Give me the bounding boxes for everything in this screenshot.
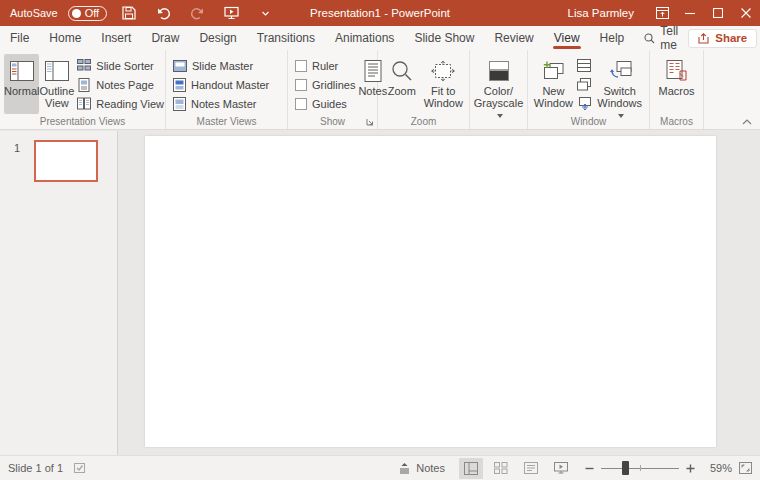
tab-draw[interactable]: Draw <box>141 26 189 50</box>
zoom-icon <box>391 57 413 85</box>
status-slide-show-button[interactable] <box>549 458 573 479</box>
slide-master-label: Slide Master <box>192 60 253 72</box>
outline-view-button[interactable]: Outline View <box>39 54 74 114</box>
cascade-windows-button[interactable] <box>575 75 594 94</box>
tab-review[interactable]: Review <box>484 26 543 50</box>
zoom-button[interactable]: Zoom <box>382 54 422 114</box>
tab-help[interactable]: Help <box>590 26 635 50</box>
fit-slide-to-window-button[interactable] <box>739 462 752 474</box>
tab-home[interactable]: Home <box>39 26 91 50</box>
zoom-level[interactable]: 59% <box>702 462 732 474</box>
guides-checkbox[interactable]: Guides <box>292 94 358 113</box>
slide-master-button[interactable]: Slide Master <box>170 56 272 75</box>
tab-view[interactable]: View <box>544 26 590 50</box>
macros-button[interactable]: Macros <box>655 54 699 114</box>
share-icon <box>698 33 710 44</box>
customize-qat-icon[interactable] <box>253 2 277 24</box>
status-slide-sorter-button[interactable] <box>489 458 513 479</box>
new-window-button[interactable]: New Window <box>532 54 575 114</box>
normal-view-icon <box>10 57 34 85</box>
start-slideshow-icon[interactable] <box>219 2 243 24</box>
autosave-toggle-knob <box>72 9 81 18</box>
reading-view-button[interactable]: Reading View <box>74 94 167 113</box>
zoom-in-button[interactable] <box>686 464 695 473</box>
tab-transitions[interactable]: Transitions <box>247 26 325 50</box>
macros-icon <box>666 57 688 85</box>
fit-to-window-label: Fit to Window <box>422 85 465 109</box>
guides-label: Guides <box>312 98 347 110</box>
status-normal-view-button[interactable] <box>459 458 483 479</box>
window-title: Presentation1 - PowerPoint <box>310 0 450 26</box>
group-label-zoom: Zoom <box>378 116 469 127</box>
slide-canvas[interactable] <box>145 136 716 447</box>
zoom-label: Zoom <box>388 85 416 97</box>
gridlines-checkbox[interactable]: Gridlines <box>292 75 358 94</box>
slide-thumbnail-panel[interactable]: 1 <box>0 131 118 455</box>
macros-label: Macros <box>658 85 694 97</box>
autosave-toggle[interactable]: Off <box>68 6 107 21</box>
status-reading-view-button[interactable] <box>519 458 543 479</box>
slide-1-thumbnail[interactable] <box>34 140 98 182</box>
notes-toggle-button[interactable]: Notes <box>390 457 453 480</box>
tell-me-box[interactable]: Tell me <box>634 24 688 52</box>
fit-to-window-button[interactable]: Fit to Window <box>422 54 465 114</box>
slide-indicator[interactable]: Slide 1 of 1 <box>8 462 63 474</box>
save-icon[interactable] <box>117 2 141 24</box>
collapse-ribbon-icon[interactable] <box>742 119 752 125</box>
group-window: New Window Switch Windows Window <box>528 50 650 129</box>
color-grayscale-button[interactable]: Color/ Grayscale <box>474 54 524 121</box>
maximize-button[interactable] <box>704 0 732 26</box>
notes-toggle-icon <box>398 462 411 474</box>
redo-icon[interactable] <box>185 2 209 24</box>
group-label-window: Window <box>528 116 649 127</box>
zoom-out-button[interactable] <box>585 464 594 473</box>
group-zoom: Zoom Fit to Window Zoom <box>378 50 470 129</box>
slide-number: 1 <box>0 140 34 182</box>
handout-master-button[interactable]: Handout Master <box>170 75 272 94</box>
fit-to-window-icon <box>431 57 455 85</box>
zoom-slider-thumb[interactable] <box>622 461 629 475</box>
tab-design[interactable]: Design <box>189 26 246 50</box>
share-button[interactable]: Share <box>688 29 757 48</box>
new-window-icon <box>542 57 564 85</box>
close-button[interactable] <box>732 0 760 26</box>
guides-checkbox-box <box>295 98 307 110</box>
slide-thumbnail-row: 1 <box>0 131 117 182</box>
ribbon-display-options-icon[interactable] <box>648 0 676 26</box>
powerpoint-window: AutoSave Off Presentation1 - PowerPoint <box>0 0 760 480</box>
minimize-button[interactable] <box>676 0 704 26</box>
notes-master-button[interactable]: Notes Master <box>170 94 272 113</box>
switch-windows-button[interactable]: Switch Windows <box>594 54 645 121</box>
handout-master-label: Handout Master <box>191 79 269 91</box>
color-grayscale-label-line1: Color/ <box>484 85 513 97</box>
slide-sorter-button[interactable]: Slide Sorter <box>74 56 167 75</box>
arrange-all-button[interactable] <box>575 56 594 75</box>
reading-view-label: Reading View <box>96 98 164 110</box>
notes-master-label: Notes Master <box>191 98 256 110</box>
move-split-icon <box>577 97 591 110</box>
notes-page-icon <box>77 78 91 92</box>
cascade-windows-icon <box>577 78 591 91</box>
normal-view-button[interactable]: Normal <box>4 54 39 114</box>
autosave-label: AutoSave <box>10 7 58 19</box>
slide-editing-area[interactable] <box>119 131 760 455</box>
zoom-slider[interactable] <box>601 461 679 475</box>
tab-animations[interactable]: Animations <box>325 26 404 50</box>
tab-slide-show[interactable]: Slide Show <box>404 26 484 50</box>
handout-master-icon <box>173 78 186 92</box>
tell-me-label: Tell me <box>660 24 678 52</box>
slide-sorter-label: Slide Sorter <box>96 60 153 72</box>
notes-page-button[interactable]: Notes Page <box>74 75 167 94</box>
tab-file[interactable]: File <box>0 26 39 50</box>
user-name[interactable]: Lisa Parmley <box>568 7 634 19</box>
work-area: 1 <box>0 131 760 455</box>
autosave-state: Off <box>85 7 99 19</box>
group-presentation-views: Normal Outline View Slide Sorter Notes P… <box>0 50 166 129</box>
ruler-checkbox[interactable]: Ruler <box>292 56 358 75</box>
undo-icon[interactable] <box>151 2 175 24</box>
accessibility-checker-icon[interactable] <box>73 462 86 474</box>
move-split-button[interactable] <box>575 94 594 113</box>
show-dialog-launcher-icon[interactable] <box>366 118 374 126</box>
tab-insert[interactable]: Insert <box>91 26 141 50</box>
zoom-slider-midpoint-tick <box>640 465 641 471</box>
